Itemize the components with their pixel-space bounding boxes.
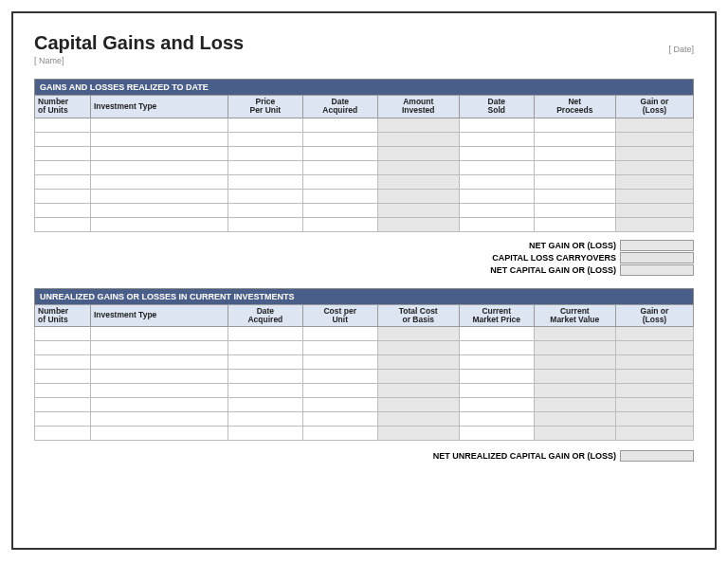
table-cell[interactable] <box>377 412 459 427</box>
table-cell[interactable] <box>90 118 228 132</box>
table-cell[interactable] <box>90 132 228 146</box>
table-cell[interactable] <box>615 398 693 412</box>
table-cell[interactable] <box>534 174 615 189</box>
table-cell[interactable] <box>615 327 693 341</box>
table-cell[interactable] <box>90 412 228 427</box>
table-cell[interactable] <box>377 203 459 217</box>
table-cell[interactable] <box>459 384 534 398</box>
table-cell[interactable] <box>459 217 534 231</box>
table-cell[interactable] <box>90 160 228 174</box>
table-cell[interactable] <box>615 412 693 427</box>
table-cell[interactable] <box>35 398 91 412</box>
table-cell[interactable] <box>534 398 615 412</box>
table-cell[interactable] <box>459 341 534 355</box>
table-cell[interactable] <box>615 217 693 231</box>
table-cell[interactable] <box>90 146 228 160</box>
table-cell[interactable] <box>377 118 459 132</box>
table-cell[interactable] <box>534 341 615 355</box>
table-cell[interactable] <box>302 118 377 132</box>
table-cell[interactable] <box>615 427 693 441</box>
table-cell[interactable] <box>228 217 302 231</box>
table-cell[interactable] <box>90 327 228 341</box>
table-cell[interactable] <box>35 174 91 189</box>
table-cell[interactable] <box>615 355 693 370</box>
table-cell[interactable] <box>377 132 459 146</box>
table-cell[interactable] <box>228 384 302 398</box>
table-cell[interactable] <box>459 174 534 189</box>
table-cell[interactable] <box>377 370 459 384</box>
table-cell[interactable] <box>35 132 91 146</box>
table-cell[interactable] <box>615 132 693 146</box>
table-cell[interactable] <box>302 327 377 341</box>
table-cell[interactable] <box>377 160 459 174</box>
table-cell[interactable] <box>615 370 693 384</box>
table-cell[interactable] <box>302 189 377 203</box>
table-cell[interactable] <box>228 412 302 427</box>
table-cell[interactable] <box>377 427 459 441</box>
table-cell[interactable] <box>459 327 534 341</box>
table-cell[interactable] <box>459 118 534 132</box>
table-cell[interactable] <box>534 355 615 370</box>
name-placeholder[interactable]: [ Name] <box>34 56 694 65</box>
table-cell[interactable] <box>615 384 693 398</box>
table-cell[interactable] <box>534 160 615 174</box>
table-cell[interactable] <box>534 118 615 132</box>
table-cell[interactable] <box>459 398 534 412</box>
table-cell[interactable] <box>302 217 377 231</box>
net-gain-loss-value[interactable] <box>620 240 694 251</box>
table-cell[interactable] <box>534 412 615 427</box>
table-cell[interactable] <box>228 160 302 174</box>
table-cell[interactable] <box>35 118 91 132</box>
table-cell[interactable] <box>377 174 459 189</box>
table-cell[interactable] <box>228 327 302 341</box>
table-cell[interactable] <box>35 370 91 384</box>
table-cell[interactable] <box>534 203 615 217</box>
table-cell[interactable] <box>459 146 534 160</box>
table-cell[interactable] <box>615 341 693 355</box>
table-cell[interactable] <box>228 174 302 189</box>
table-cell[interactable] <box>90 217 228 231</box>
table-cell[interactable] <box>35 412 91 427</box>
table-cell[interactable] <box>35 384 91 398</box>
net-unrealized-value[interactable] <box>620 450 694 462</box>
table-cell[interactable] <box>377 146 459 160</box>
table-cell[interactable] <box>228 341 302 355</box>
table-cell[interactable] <box>302 412 377 427</box>
table-cell[interactable] <box>35 341 91 355</box>
table-cell[interactable] <box>459 203 534 217</box>
table-cell[interactable] <box>35 146 91 160</box>
table-cell[interactable] <box>377 384 459 398</box>
table-cell[interactable] <box>302 398 377 412</box>
table-cell[interactable] <box>228 355 302 370</box>
table-cell[interactable] <box>90 189 228 203</box>
table-cell[interactable] <box>459 412 534 427</box>
table-cell[interactable] <box>459 427 534 441</box>
table-cell[interactable] <box>35 327 91 341</box>
table-cell[interactable] <box>534 189 615 203</box>
table-cell[interactable] <box>534 427 615 441</box>
table-cell[interactable] <box>228 189 302 203</box>
table-cell[interactable] <box>377 327 459 341</box>
table-cell[interactable] <box>302 427 377 441</box>
date-placeholder[interactable]: [ Date] <box>668 45 694 54</box>
table-cell[interactable] <box>90 355 228 370</box>
table-cell[interactable] <box>534 384 615 398</box>
table-cell[interactable] <box>534 146 615 160</box>
table-cell[interactable] <box>459 189 534 203</box>
table-cell[interactable] <box>90 370 228 384</box>
table-cell[interactable] <box>302 132 377 146</box>
table-cell[interactable] <box>35 189 91 203</box>
table-cell[interactable] <box>90 398 228 412</box>
table-cell[interactable] <box>615 146 693 160</box>
table-cell[interactable] <box>90 203 228 217</box>
net-capital-value[interactable] <box>620 264 694 276</box>
table-cell[interactable] <box>228 132 302 146</box>
table-cell[interactable] <box>615 189 693 203</box>
table-cell[interactable] <box>377 355 459 370</box>
table-cell[interactable] <box>228 370 302 384</box>
table-cell[interactable] <box>459 355 534 370</box>
table-cell[interactable] <box>377 217 459 231</box>
table-cell[interactable] <box>302 384 377 398</box>
table-cell[interactable] <box>302 174 377 189</box>
table-cell[interactable] <box>35 203 91 217</box>
